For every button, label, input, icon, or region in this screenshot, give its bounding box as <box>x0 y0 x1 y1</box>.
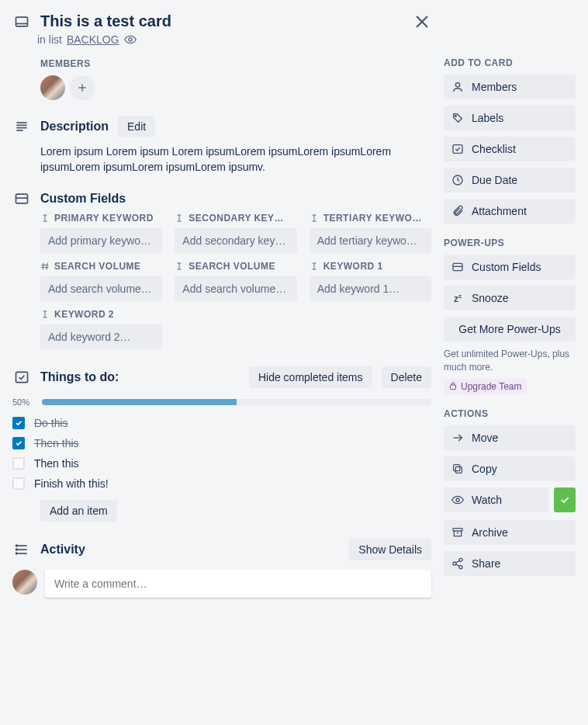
checklist-button[interactable]: Checklist <box>444 137 576 161</box>
custom-field-label: SEARCH VOLUME <box>40 261 162 272</box>
description-icon <box>12 119 31 134</box>
due-date-button[interactable]: Due Date <box>444 168 576 193</box>
current-user-avatar[interactable] <box>12 570 37 595</box>
archive-button[interactable]: Archive <box>444 520 576 545</box>
svg-rect-33 <box>454 464 460 470</box>
attachment-button[interactable]: Attachment <box>444 199 576 224</box>
delete-checklist-button[interactable]: Delete <box>382 366 431 388</box>
archive-button-label: Archive <box>472 526 508 539</box>
checklist-item-text[interactable]: Then this <box>34 457 79 470</box>
watch-button[interactable]: Watch <box>444 487 549 512</box>
share-button[interactable]: Share <box>444 551 576 576</box>
checklist-section: Things to do: Hide completed items Delet… <box>12 366 431 522</box>
card-title[interactable]: This is a test card <box>40 12 171 30</box>
svg-line-13 <box>43 262 43 269</box>
get-more-powerups-button[interactable]: Get More Power-Ups <box>444 317 576 342</box>
activity-icon <box>12 542 31 557</box>
custom-fields-icon <box>12 191 31 206</box>
add-checklist-item-button[interactable]: Add an item <box>40 500 117 522</box>
custom-field-input[interactable]: Add search volume… <box>40 276 162 301</box>
checklist-item-text[interactable]: Finish with this! <box>34 477 109 490</box>
copy-button-label: Copy <box>472 463 497 475</box>
activity-heading: Activity <box>40 543 340 557</box>
checklist-checkbox[interactable] <box>12 417 25 429</box>
custom-field-input[interactable]: Add keyword 2… <box>40 324 162 349</box>
custom-field-input[interactable]: Add secondary key… <box>175 228 296 253</box>
move-button-label: Move <box>472 432 498 444</box>
checklist-small-icon <box>451 143 464 155</box>
checklist-item[interactable]: Do this <box>12 413 431 433</box>
actions-heading: ACTIONS <box>444 408 576 419</box>
custom-field: SECONDARY KEY…Add secondary key… <box>175 213 296 253</box>
card-header: This is a test card in list BACKLOG <box>12 12 431 46</box>
custom-field-input[interactable]: Add primary keywo… <box>40 228 162 253</box>
powerups-helper-text: Get unlimited Power-Ups, plus much more. <box>444 348 576 374</box>
svg-rect-0 <box>16 17 28 26</box>
checklist-item-text[interactable]: Then this <box>34 437 79 449</box>
svg-point-23 <box>16 553 18 554</box>
show-details-button[interactable]: Show Details <box>349 539 431 560</box>
attachment-icon <box>451 205 464 217</box>
checklist-icon <box>12 369 31 385</box>
field-type-icon <box>40 213 50 223</box>
svg-rect-32 <box>455 467 462 473</box>
hide-completed-button[interactable]: Hide completed items <box>249 366 372 388</box>
description-heading: Description <box>40 120 109 134</box>
checklist-checkbox[interactable] <box>12 437 25 449</box>
in-list-prefix: in list <box>37 33 62 46</box>
comment-input[interactable] <box>45 570 431 598</box>
checklist-item-text[interactable]: Do this <box>34 417 68 429</box>
watching-indicator[interactable] <box>554 487 576 512</box>
add-member-button[interactable] <box>70 75 95 100</box>
checklist-item[interactable]: Finish with this! <box>12 474 431 494</box>
checklist-item[interactable]: Then this <box>12 433 431 453</box>
checklist-item[interactable]: Then this <box>12 453 431 474</box>
field-type-icon <box>175 262 184 271</box>
edit-description-button[interactable]: Edit <box>118 116 155 137</box>
custom-field-input[interactable]: Add search volume… <box>175 276 296 301</box>
labels-button[interactable]: Labels <box>444 106 576 130</box>
upgrade-team-button[interactable]: Upgrade Team <box>444 379 527 394</box>
progress-fill <box>42 399 237 405</box>
list-name-link[interactable]: BACKLOG <box>67 33 119 46</box>
card-icon <box>12 14 31 29</box>
custom-field-label: TERTIARY KEYWO… <box>310 213 431 224</box>
custom-field-input[interactable]: Add keyword 1… <box>310 276 431 301</box>
field-type-icon <box>40 262 50 271</box>
members-button-label: Members <box>472 81 517 93</box>
members-button[interactable]: Members <box>444 75 576 99</box>
custom-field: PRIMARY KEYWORDAdd primary keywo… <box>40 213 162 253</box>
custom-fields-button[interactable]: Custom Fields <box>444 255 576 279</box>
custom-field-label: KEYWORD 2 <box>40 309 162 320</box>
arrow-right-icon <box>451 432 464 444</box>
share-button-label: Share <box>472 557 500 570</box>
checklist-checkbox[interactable] <box>12 457 25 470</box>
fields-icon <box>451 261 464 273</box>
progress-bar <box>42 399 431 405</box>
checklist-button-label: Checklist <box>472 143 516 155</box>
custom-fields-button-label: Custom Fields <box>472 261 541 273</box>
progress-percent: 50% <box>12 397 36 407</box>
svg-point-21 <box>16 545 18 546</box>
svg-rect-26 <box>453 145 462 154</box>
move-button[interactable]: Move <box>444 425 576 450</box>
svg-point-38 <box>453 562 456 565</box>
field-type-icon <box>40 310 50 319</box>
copy-button[interactable]: Copy <box>444 456 576 481</box>
powerups-group: POWER-UPS Custom Fields zz Snooze Get Mo… <box>444 238 576 394</box>
field-type-icon <box>310 213 319 223</box>
checklist-checkbox[interactable] <box>12 477 25 490</box>
custom-field-label: PRIMARY KEYWORD <box>40 213 162 224</box>
clock-icon <box>451 174 464 186</box>
svg-rect-30 <box>451 385 456 390</box>
checklist-title[interactable]: Things to do: <box>40 370 240 384</box>
custom-field-input[interactable]: Add tertiary keywo… <box>310 228 431 253</box>
snooze-button[interactable]: zz Snooze <box>444 286 576 310</box>
eye-icon <box>124 33 137 46</box>
close-button[interactable] <box>413 12 431 31</box>
members-section: MEMBERS <box>40 58 431 100</box>
custom-fields-section: Custom Fields PRIMARY KEYWORDAdd primary… <box>12 191 431 349</box>
description-text[interactable]: Lorem ipsum Lorem ipsum Lorem ipsumLorem… <box>40 144 431 175</box>
attachment-button-label: Attachment <box>472 205 527 217</box>
member-avatar[interactable] <box>40 75 65 100</box>
